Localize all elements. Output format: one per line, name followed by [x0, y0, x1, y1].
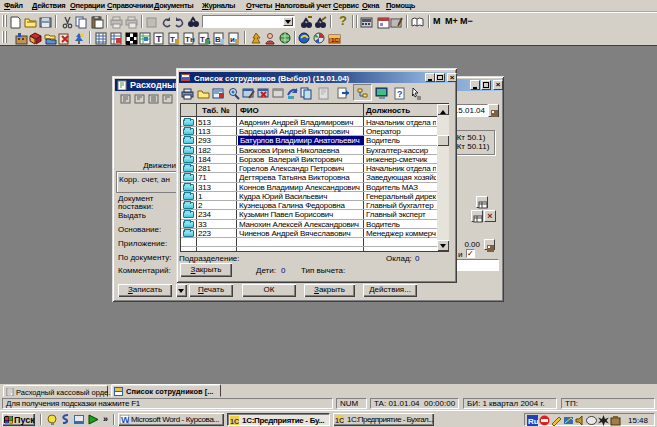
- svg-text:Т: Т: [170, 35, 175, 44]
- svg-text:1С: 1С: [331, 37, 339, 43]
- svg-text:1С: 1С: [230, 418, 239, 425]
- svg-text:1С: 1С: [335, 417, 344, 424]
- svg-text:?: ?: [397, 89, 403, 99]
- svg-text:T: T: [156, 34, 162, 44]
- svg-text:Ru: Ru: [528, 417, 538, 426]
- svg-text:и: и: [230, 35, 235, 44]
- svg-text:W: W: [121, 415, 129, 424]
- svg-text:Тн: Тн: [185, 35, 195, 44]
